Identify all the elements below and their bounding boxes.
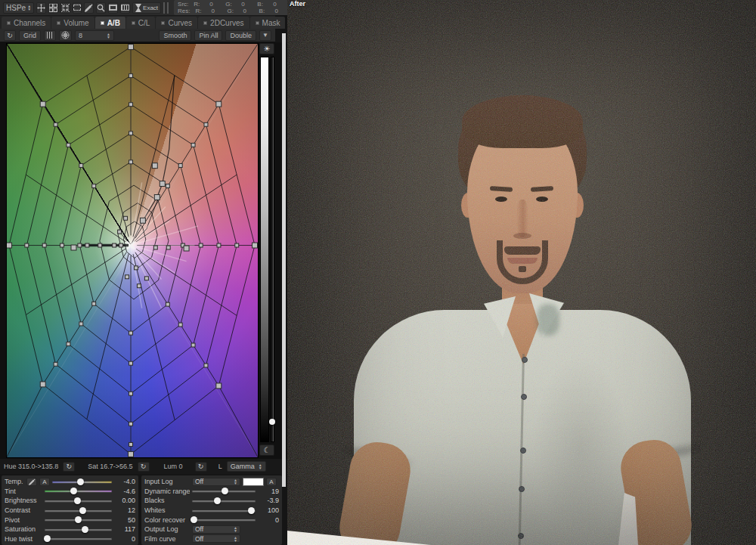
sun-button[interactable]: ☀ xyxy=(259,43,274,54)
mesh-handle[interactable] xyxy=(129,74,133,78)
mesh-handle[interactable] xyxy=(129,132,133,135)
whites-slider-knob[interactable] xyxy=(248,507,255,514)
mesh-handle[interactable] xyxy=(25,243,29,247)
mesh-handle[interactable] xyxy=(129,103,133,107)
input-log-select[interactable]: Off ▲▼ xyxy=(192,478,240,486)
blacks-slider[interactable] xyxy=(192,500,256,502)
mesh-handle[interactable] xyxy=(7,243,11,248)
output-log-select[interactable]: Off ▲▼ xyxy=(192,525,240,534)
dynamic-range-slider-knob[interactable] xyxy=(222,488,228,494)
luminance-slider-thumb[interactable] xyxy=(269,419,275,425)
mesh-handle[interactable] xyxy=(67,342,70,346)
mesh-handle[interactable] xyxy=(216,101,222,107)
mesh-handle[interactable] xyxy=(253,243,258,248)
curve-mode-stepper-icon[interactable]: ▲▼ xyxy=(259,463,262,469)
color-model-select[interactable]: HSPe ▲▼ xyxy=(3,2,34,14)
frame-view-button[interactable] xyxy=(108,2,118,14)
tint-slider[interactable] xyxy=(45,490,112,492)
saturation-slider-knob[interactable] xyxy=(82,526,88,533)
output-log-stepper-icon[interactable]: ▲▼ xyxy=(234,526,237,532)
mesh-handle[interactable] xyxy=(204,364,208,367)
mesh-handle[interactable] xyxy=(129,442,133,446)
picked-color-swatch[interactable] xyxy=(163,2,165,14)
collapse-tool-button[interactable] xyxy=(60,2,70,14)
tab-channels[interactable]: Channels xyxy=(2,17,51,29)
mesh-handle[interactable] xyxy=(85,243,89,247)
tab-volume[interactable]: Volume xyxy=(51,17,94,29)
hue-twist-slider[interactable] xyxy=(45,537,112,540)
hue-reset-button[interactable]: ↻ xyxy=(63,462,75,472)
mesh-handle[interactable] xyxy=(166,302,169,306)
saturation-slider[interactable] xyxy=(45,528,112,531)
mesh-handle[interactable] xyxy=(79,322,83,326)
grid-view-button[interactable] xyxy=(120,2,130,14)
mesh-handle[interactable] xyxy=(98,243,102,247)
mesh-handle[interactable] xyxy=(184,246,189,251)
pivot-slider[interactable] xyxy=(45,519,112,521)
input-log-auto-button[interactable]: A xyxy=(266,478,277,486)
hue-twist-slider-knob[interactable] xyxy=(44,535,51,542)
mesh-handle[interactable] xyxy=(40,382,45,387)
mesh-handle[interactable] xyxy=(92,184,96,188)
mesh-handle[interactable] xyxy=(78,243,82,247)
mesh-handle[interactable] xyxy=(152,163,157,169)
web-mode-button[interactable] xyxy=(59,30,72,41)
reset-mesh-button[interactable]: ↻ xyxy=(4,30,16,41)
mesh-handle[interactable] xyxy=(235,243,239,247)
tab-cl[interactable]: C/L xyxy=(126,17,156,29)
tab-2dcurves[interactable]: 2DCurves xyxy=(198,17,249,29)
divisions-control[interactable]: 8 ▲▼ xyxy=(75,30,114,41)
temp-picker-button[interactable] xyxy=(26,478,37,486)
mesh-handle[interactable] xyxy=(129,331,133,335)
temp-auto-button[interactable]: A xyxy=(39,478,50,486)
curve-mode-select[interactable]: Gamma ▲▼ xyxy=(227,461,266,472)
mesh-handle[interactable] xyxy=(178,323,182,327)
mesh-handle[interactable] xyxy=(129,422,133,426)
mesh-handle[interactable] xyxy=(129,361,133,365)
contrast-slider[interactable] xyxy=(45,509,112,512)
mesh-handle[interactable] xyxy=(118,230,122,234)
divisions-stepper-icon[interactable]: ▲▼ xyxy=(107,33,110,39)
mesh-handle[interactable] xyxy=(217,243,221,247)
mesh-handle[interactable] xyxy=(125,275,129,279)
input-log-stepper-icon[interactable]: ▲▼ xyxy=(234,478,237,485)
film-curve-select[interactable]: Off ▲▼ xyxy=(192,534,240,543)
move-tool-button[interactable] xyxy=(36,2,46,14)
mesh-handle[interactable] xyxy=(134,266,138,270)
luminance-ramp[interactable] xyxy=(260,57,269,442)
zoom-tool-button[interactable] xyxy=(96,2,106,14)
color-model-stepper-icon[interactable]: ▲▼ xyxy=(27,5,31,11)
mesh-handle[interactable] xyxy=(92,302,96,305)
mesh-handle[interactable] xyxy=(42,243,46,247)
exact-mode-button[interactable]: Exact xyxy=(132,2,161,14)
mesh-handle[interactable] xyxy=(113,243,116,247)
temp-slider-knob[interactable] xyxy=(77,478,84,485)
tab-curves[interactable]: Curves xyxy=(156,17,197,29)
luminance-slider-track[interactable] xyxy=(271,57,274,442)
marquee-select-button[interactable] xyxy=(73,2,82,14)
smooth-button[interactable]: Smooth xyxy=(159,30,191,41)
mesh-handle[interactable] xyxy=(129,392,133,395)
mesh-handle[interactable] xyxy=(153,246,157,249)
double-button[interactable]: Double xyxy=(225,30,256,41)
mesh-handle[interactable] xyxy=(60,243,64,247)
sat-reset-button[interactable]: ↻ xyxy=(138,462,150,472)
mesh-handle[interactable] xyxy=(199,243,203,247)
mesh-handle[interactable] xyxy=(166,184,169,188)
grid-toggle-button[interactable]: Grid xyxy=(19,30,41,41)
mesh-handle[interactable] xyxy=(204,122,208,126)
lum-reset-button[interactable]: ↻ xyxy=(195,462,207,472)
mesh-handle[interactable] xyxy=(119,243,123,247)
panel-splitter[interactable] xyxy=(282,33,286,487)
mesh-handle[interactable] xyxy=(140,218,145,223)
mesh-handle[interactable] xyxy=(154,194,160,200)
mesh-handle[interactable] xyxy=(71,245,76,250)
pin-all-button[interactable]: Pin All xyxy=(194,30,222,41)
mesh-handle[interactable] xyxy=(144,277,148,280)
mesh-handle[interactable] xyxy=(160,181,165,187)
tint-slider-knob[interactable] xyxy=(70,488,77,494)
mesh-handle[interactable] xyxy=(129,45,134,50)
preview-viewport[interactable]: After xyxy=(287,0,756,545)
dynamic-range-slider[interactable] xyxy=(192,490,256,492)
film-curve-stepper-icon[interactable]: ▲▼ xyxy=(234,536,237,542)
